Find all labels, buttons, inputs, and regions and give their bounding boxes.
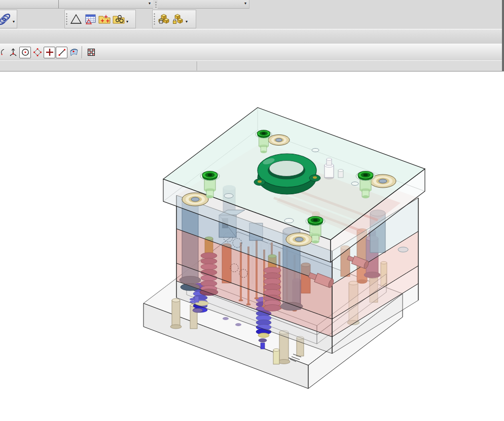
window-edge-strip [502, 0, 504, 71]
3d-viewport[interactable] [0, 71, 504, 421]
point-grid-icon[interactable] [85, 47, 97, 58]
surface-snap-icon[interactable] [68, 47, 80, 58]
triangle-icon[interactable] [69, 12, 83, 27]
prompt-bar [0, 60, 504, 72]
point-table-icon[interactable] [83, 12, 97, 27]
toolbar-grip[interactable] [155, 1, 157, 8]
guide-bushing [182, 193, 208, 206]
toolbar-separator [82, 46, 83, 58]
chevron-down-icon[interactable]: ▾ [126, 19, 128, 24]
mold-assembly-model [0, 71, 504, 421]
chevron-down-icon[interactable]: ▾ [13, 19, 15, 24]
chevron-down-icon[interactable]: ▾ [186, 19, 188, 24]
folder-points-icon[interactable] [97, 12, 112, 27]
toolbar-dock: ▾ ▾ ▾ [0, 0, 504, 71]
center-snap-icon[interactable] [19, 47, 31, 58]
toolbar-row-main: ▾ [0, 9, 504, 29]
midpoint-snap-icon[interactable] [56, 47, 67, 58]
empty-toolbar-strip [0, 29, 504, 44]
cad-application-window: { "chrome": { "dropdown_glyph": "▾", "ro… [0, 0, 504, 421]
endpoint-snap-icon[interactable] [0, 47, 7, 58]
folder-circles-icon[interactable] [112, 12, 126, 27]
cubes-lock-icon[interactable] [157, 12, 171, 27]
chevron-down-icon[interactable]: ▾ [149, 2, 151, 6]
chevron-down-icon[interactable]: ▾ [244, 2, 246, 6]
toolbar-row-top: ▾ ▾ [0, 0, 504, 9]
toolbar-grip[interactable] [154, 13, 155, 26]
quadrant-snap-icon[interactable] [31, 47, 43, 58]
toolbar-dock-slot-right[interactable]: ▾ [158, 0, 249, 9]
prompt-bar-separator [197, 61, 198, 71]
cubes-stack-icon[interactable] [171, 12, 185, 27]
guide-bushing [286, 233, 312, 246]
toolbar-dock-slot-left[interactable] [0, 0, 59, 9]
toolbar-grip[interactable] [66, 13, 67, 26]
snap-toolbar [0, 44, 504, 61]
toolbar-dock-slot-middle[interactable]: ▾ [59, 0, 153, 9]
toolbar-group-assembly: ▾ [152, 10, 196, 28]
normal-snap-icon[interactable] [7, 47, 19, 58]
intersection-snap-icon[interactable] [44, 47, 55, 58]
spring-coil-icon[interactable] [0, 12, 12, 27]
toolbar-group-utility: ▾ [64, 10, 136, 28]
toolbar-group-sketch: ▾ [0, 10, 17, 28]
guide-bushing [268, 135, 290, 146]
